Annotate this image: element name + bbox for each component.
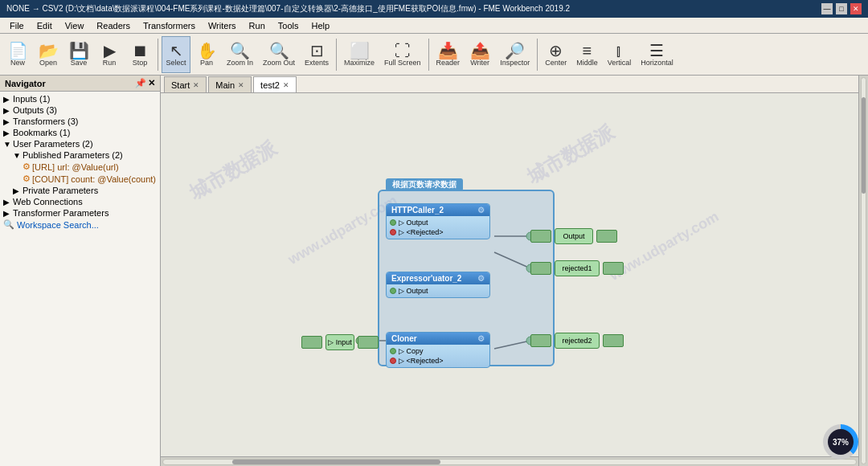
- rejected2-box[interactable]: rejected2: [555, 333, 600, 349]
- nav-item-count-param[interactable]: ⚙[COUNT] count: @Value(count): [0, 173, 160, 185]
- toolbar-btn-maximize[interactable]: ⬜Maximize: [340, 36, 379, 73]
- nav-expand-transformer-params[interactable]: ▶: [3, 209, 13, 218]
- output-box[interactable]: Output: [555, 228, 593, 244]
- rejected1-left-connector[interactable]: [530, 262, 551, 275]
- rejected1-box[interactable]: rejected1: [555, 260, 600, 276]
- toolbar-btn-center[interactable]: ⊕Center: [541, 36, 571, 73]
- toolbar-btn-extents[interactable]: ⊡Extents: [301, 36, 333, 73]
- nav-label-published-params: Published Parameters (2): [23, 150, 123, 160]
- scroll-thumb-h[interactable]: [232, 460, 440, 464]
- toolbar-btn-reader[interactable]: 📥Reader: [432, 36, 465, 73]
- tab-close-start[interactable]: ✕: [193, 81, 199, 89]
- ev-output-port[interactable]: [390, 288, 396, 294]
- nav-expand-web-connections[interactable]: ▶: [3, 198, 13, 206]
- group-title: 根据页数请求数据: [386, 178, 463, 191]
- nav-expand-published-params[interactable]: ▼: [13, 151, 23, 160]
- nav-expand-outputs[interactable]: ▶: [3, 106, 13, 115]
- menu-item-tools[interactable]: Tools: [272, 19, 305, 32]
- cloner-rejected-port[interactable]: [390, 358, 396, 364]
- nav-item-published-params[interactable]: ▼Published Parameters (2): [0, 149, 160, 161]
- menu-item-file[interactable]: File: [3, 19, 31, 32]
- scroll-track-h[interactable]: [162, 459, 857, 465]
- nav-label-bookmarks: Bookmarks (1): [13, 128, 71, 137]
- cloner-settings-icon[interactable]: ⚙: [477, 334, 485, 343]
- nav-expand-inputs[interactable]: ▶: [3, 95, 13, 104]
- nav-item-private-params[interactable]: ▶Private Parameters: [0, 185, 160, 196]
- toolbar-btn-writer[interactable]: 📤Writer: [465, 36, 494, 73]
- canvas-scrollbar-v[interactable]: [858, 76, 868, 466]
- output-right-connector[interactable]: [596, 230, 617, 243]
- nav-item-workspace-search[interactable]: 🔍Workspace Search...: [0, 219, 160, 231]
- http-caller-node[interactable]: HTTPCaller_2 ⚙ ▷ Output ▷ <Rejected>: [386, 203, 490, 239]
- tab-close-test2[interactable]: ✕: [283, 81, 289, 89]
- navigator-pin-icon[interactable]: 📌: [135, 78, 146, 88]
- toolbar-btn-select[interactable]: ↖Select: [162, 36, 190, 73]
- nav-expand-user-params[interactable]: ▼: [3, 140, 13, 149]
- cloner-node[interactable]: Cloner ⚙ ▷ Copy ▷ <Rejected>: [386, 332, 490, 368]
- scroll-thumb-v[interactable]: [862, 97, 866, 194]
- nav-item-user-params[interactable]: ▼User Parameters (2): [0, 138, 160, 149]
- menu-item-transformers[interactable]: Transformers: [137, 19, 202, 32]
- output-left-connector[interactable]: [530, 230, 551, 243]
- http-caller-settings-icon[interactable]: ⚙: [477, 206, 485, 215]
- nav-item-transformer-params[interactable]: ▶Transformer Parameters: [0, 207, 160, 219]
- main-layout: Navigator 📌 ✕ ▶Inputs (1)▶Outputs (3)▶Tr…: [0, 76, 868, 466]
- toolbar-btn-vertical[interactable]: ⫿Vertical: [604, 36, 636, 73]
- toolbar-btn-new[interactable]: 📄New: [3, 36, 32, 73]
- http-caller-rejected-port[interactable]: [390, 229, 396, 235]
- tab-test2[interactable]: test2✕: [253, 76, 297, 92]
- menu-item-writers[interactable]: Writers: [202, 19, 243, 32]
- expressevaluator-settings-icon[interactable]: ⚙: [477, 274, 485, 283]
- nav-item-bookmarks[interactable]: ▶Bookmarks (1): [0, 127, 160, 138]
- toolbar-btn-save[interactable]: 💾Save: [64, 36, 93, 73]
- nav-label-transformer-params: Transformer Parameters: [13, 208, 108, 218]
- maximize-button[interactable]: □: [836, 3, 847, 14]
- nav-item-transformers[interactable]: ▶Transformers (3): [0, 116, 160, 127]
- menu-item-help[interactable]: Help: [305, 19, 336, 32]
- menu-item-edit[interactable]: Edit: [31, 19, 59, 32]
- menu-item-view[interactable]: View: [59, 19, 91, 32]
- toolbar-btn-pan[interactable]: ✋Pan: [192, 36, 221, 73]
- toolbar-btn-run[interactable]: ▶Run: [95, 36, 124, 73]
- tab-start[interactable]: Start✕: [164, 76, 207, 92]
- nav-expand-transformers[interactable]: ▶: [3, 117, 13, 126]
- full-screen-icon: ⛶: [395, 43, 411, 59]
- rejected2-right-connector[interactable]: [603, 334, 624, 347]
- nav-item-outputs[interactable]: ▶Outputs (3): [0, 104, 160, 116]
- toolbar-btn-horizontal[interactable]: ☰Horizontal: [637, 36, 678, 73]
- nav-item-inputs[interactable]: ▶Inputs (1): [0, 93, 160, 104]
- http-caller-output-port[interactable]: [390, 219, 396, 226]
- input-right-connector[interactable]: [358, 336, 379, 349]
- toolbar-btn-zoom-out[interactable]: 🔍Zoom Out: [259, 36, 299, 73]
- nav-expand-bookmarks[interactable]: ▶: [3, 129, 13, 137]
- navigator-close-icon[interactable]: ✕: [148, 78, 155, 88]
- toolbar-btn-open[interactable]: 📂Open: [34, 36, 63, 73]
- nav-item-web-connections[interactable]: ▶Web Connections: [0, 196, 160, 207]
- toolbar-btn-inspector[interactable]: 🔎Inspector: [496, 36, 534, 73]
- nav-expand-private-params[interactable]: ▶: [13, 186, 23, 195]
- scroll-track-v[interactable]: [861, 77, 866, 464]
- menu-item-readers[interactable]: Readers: [90, 19, 137, 32]
- close-button[interactable]: ✕: [850, 3, 862, 14]
- toolbar-separator-15: [537, 39, 538, 71]
- tab-close-main[interactable]: ✕: [238, 81, 244, 89]
- progress-circle: 37%: [823, 424, 858, 460]
- cloner-copy-port[interactable]: [390, 348, 396, 354]
- input-box[interactable]: ▷ Input: [326, 334, 354, 350]
- select-label: Select: [166, 59, 186, 67]
- minimize-button[interactable]: —: [821, 3, 833, 14]
- input-connector[interactable]: [301, 336, 322, 349]
- canvas-scrollbar-h[interactable]: [161, 456, 858, 466]
- toolbar-btn-middle[interactable]: ≡Middle: [572, 36, 602, 73]
- toolbar-btn-full-screen[interactable]: ⛶Full Screen: [380, 36, 425, 73]
- toolbar-btn-stop[interactable]: ⏹Stop: [125, 36, 154, 73]
- nav-item-url-param[interactable]: ⚙[URL] url: @Value(url): [0, 161, 160, 173]
- nav-label-web-connections: Web Connections: [13, 197, 83, 206]
- rejected2-left-connector[interactable]: [530, 334, 551, 347]
- toolbar-btn-zoom-in[interactable]: 🔍Zoom In: [223, 36, 257, 73]
- rejected1-right-connector[interactable]: [603, 262, 624, 275]
- tab-main[interactable]: Main✕: [208, 76, 252, 92]
- menu-item-run[interactable]: Run: [243, 19, 272, 32]
- canvas[interactable]: 城市数据派 www.udparty.com 城市数据派 www.udparty.…: [161, 93, 858, 456]
- expressevaluator-node[interactable]: Expressor'uator_2 ⚙ ▷ Output: [386, 272, 490, 298]
